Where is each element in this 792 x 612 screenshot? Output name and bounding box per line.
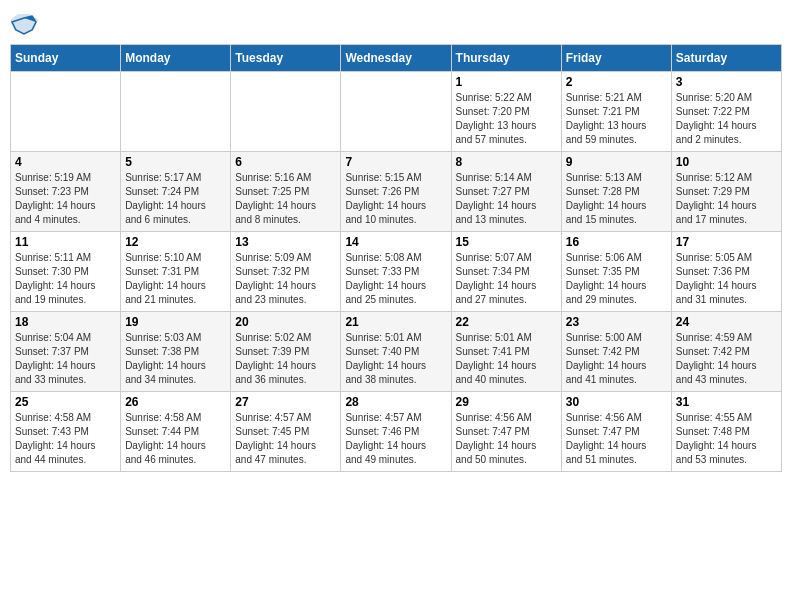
- day-cell-13: 13Sunrise: 5:09 AM Sunset: 7:32 PM Dayli…: [231, 232, 341, 312]
- weekday-header-row: SundayMondayTuesdayWednesdayThursdayFrid…: [11, 45, 782, 72]
- day-cell-14: 14Sunrise: 5:08 AM Sunset: 7:33 PM Dayli…: [341, 232, 451, 312]
- day-info: Sunrise: 4:58 AM Sunset: 7:43 PM Dayligh…: [15, 411, 116, 467]
- day-info: Sunrise: 4:57 AM Sunset: 7:46 PM Dayligh…: [345, 411, 446, 467]
- day-cell-1: 1Sunrise: 5:22 AM Sunset: 7:20 PM Daylig…: [451, 72, 561, 152]
- calendar-table: SundayMondayTuesdayWednesdayThursdayFrid…: [10, 44, 782, 472]
- day-number: 11: [15, 235, 116, 249]
- day-cell-24: 24Sunrise: 4:59 AM Sunset: 7:42 PM Dayli…: [671, 312, 781, 392]
- weekday-header-thursday: Thursday: [451, 45, 561, 72]
- day-cell-7: 7Sunrise: 5:15 AM Sunset: 7:26 PM Daylig…: [341, 152, 451, 232]
- day-cell-empty: [121, 72, 231, 152]
- day-cell-20: 20Sunrise: 5:02 AM Sunset: 7:39 PM Dayli…: [231, 312, 341, 392]
- weekday-header-wednesday: Wednesday: [341, 45, 451, 72]
- day-info: Sunrise: 5:14 AM Sunset: 7:27 PM Dayligh…: [456, 171, 557, 227]
- day-number: 12: [125, 235, 226, 249]
- day-cell-18: 18Sunrise: 5:04 AM Sunset: 7:37 PM Dayli…: [11, 312, 121, 392]
- day-number: 4: [15, 155, 116, 169]
- day-info: Sunrise: 5:01 AM Sunset: 7:40 PM Dayligh…: [345, 331, 446, 387]
- day-number: 19: [125, 315, 226, 329]
- day-cell-8: 8Sunrise: 5:14 AM Sunset: 7:27 PM Daylig…: [451, 152, 561, 232]
- calendar-body: 1Sunrise: 5:22 AM Sunset: 7:20 PM Daylig…: [11, 72, 782, 472]
- day-cell-12: 12Sunrise: 5:10 AM Sunset: 7:31 PM Dayli…: [121, 232, 231, 312]
- day-number: 24: [676, 315, 777, 329]
- weekday-header-monday: Monday: [121, 45, 231, 72]
- day-cell-10: 10Sunrise: 5:12 AM Sunset: 7:29 PM Dayli…: [671, 152, 781, 232]
- day-number: 9: [566, 155, 667, 169]
- day-info: Sunrise: 5:11 AM Sunset: 7:30 PM Dayligh…: [15, 251, 116, 307]
- day-info: Sunrise: 4:58 AM Sunset: 7:44 PM Dayligh…: [125, 411, 226, 467]
- day-cell-27: 27Sunrise: 4:57 AM Sunset: 7:45 PM Dayli…: [231, 392, 341, 472]
- day-cell-empty: [231, 72, 341, 152]
- day-number: 13: [235, 235, 336, 249]
- day-number: 25: [15, 395, 116, 409]
- day-cell-26: 26Sunrise: 4:58 AM Sunset: 7:44 PM Dayli…: [121, 392, 231, 472]
- day-number: 28: [345, 395, 446, 409]
- day-cell-21: 21Sunrise: 5:01 AM Sunset: 7:40 PM Dayli…: [341, 312, 451, 392]
- weekday-header-sunday: Sunday: [11, 45, 121, 72]
- logo-icon: [10, 10, 38, 38]
- day-number: 31: [676, 395, 777, 409]
- day-number: 1: [456, 75, 557, 89]
- day-cell-30: 30Sunrise: 4:56 AM Sunset: 7:47 PM Dayli…: [561, 392, 671, 472]
- day-cell-6: 6Sunrise: 5:16 AM Sunset: 7:25 PM Daylig…: [231, 152, 341, 232]
- day-info: Sunrise: 5:03 AM Sunset: 7:38 PM Dayligh…: [125, 331, 226, 387]
- day-number: 14: [345, 235, 446, 249]
- weekday-header-saturday: Saturday: [671, 45, 781, 72]
- week-row-2: 4Sunrise: 5:19 AM Sunset: 7:23 PM Daylig…: [11, 152, 782, 232]
- day-info: Sunrise: 5:01 AM Sunset: 7:41 PM Dayligh…: [456, 331, 557, 387]
- day-info: Sunrise: 5:21 AM Sunset: 7:21 PM Dayligh…: [566, 91, 667, 147]
- day-number: 17: [676, 235, 777, 249]
- day-cell-29: 29Sunrise: 4:56 AM Sunset: 7:47 PM Dayli…: [451, 392, 561, 472]
- day-number: 2: [566, 75, 667, 89]
- day-cell-25: 25Sunrise: 4:58 AM Sunset: 7:43 PM Dayli…: [11, 392, 121, 472]
- day-info: Sunrise: 5:22 AM Sunset: 7:20 PM Dayligh…: [456, 91, 557, 147]
- day-info: Sunrise: 4:56 AM Sunset: 7:47 PM Dayligh…: [566, 411, 667, 467]
- day-info: Sunrise: 5:00 AM Sunset: 7:42 PM Dayligh…: [566, 331, 667, 387]
- week-row-1: 1Sunrise: 5:22 AM Sunset: 7:20 PM Daylig…: [11, 72, 782, 152]
- day-number: 27: [235, 395, 336, 409]
- day-info: Sunrise: 5:19 AM Sunset: 7:23 PM Dayligh…: [15, 171, 116, 227]
- day-number: 7: [345, 155, 446, 169]
- day-cell-2: 2Sunrise: 5:21 AM Sunset: 7:21 PM Daylig…: [561, 72, 671, 152]
- day-info: Sunrise: 5:13 AM Sunset: 7:28 PM Dayligh…: [566, 171, 667, 227]
- day-cell-31: 31Sunrise: 4:55 AM Sunset: 7:48 PM Dayli…: [671, 392, 781, 472]
- day-cell-5: 5Sunrise: 5:17 AM Sunset: 7:24 PM Daylig…: [121, 152, 231, 232]
- day-number: 20: [235, 315, 336, 329]
- week-row-4: 18Sunrise: 5:04 AM Sunset: 7:37 PM Dayli…: [11, 312, 782, 392]
- day-cell-3: 3Sunrise: 5:20 AM Sunset: 7:22 PM Daylig…: [671, 72, 781, 152]
- week-row-3: 11Sunrise: 5:11 AM Sunset: 7:30 PM Dayli…: [11, 232, 782, 312]
- day-info: Sunrise: 5:08 AM Sunset: 7:33 PM Dayligh…: [345, 251, 446, 307]
- day-info: Sunrise: 5:16 AM Sunset: 7:25 PM Dayligh…: [235, 171, 336, 227]
- day-number: 8: [456, 155, 557, 169]
- day-number: 6: [235, 155, 336, 169]
- day-number: 15: [456, 235, 557, 249]
- day-number: 21: [345, 315, 446, 329]
- day-info: Sunrise: 5:15 AM Sunset: 7:26 PM Dayligh…: [345, 171, 446, 227]
- day-cell-empty: [11, 72, 121, 152]
- day-cell-17: 17Sunrise: 5:05 AM Sunset: 7:36 PM Dayli…: [671, 232, 781, 312]
- day-number: 16: [566, 235, 667, 249]
- day-info: Sunrise: 5:10 AM Sunset: 7:31 PM Dayligh…: [125, 251, 226, 307]
- day-cell-22: 22Sunrise: 5:01 AM Sunset: 7:41 PM Dayli…: [451, 312, 561, 392]
- day-info: Sunrise: 4:57 AM Sunset: 7:45 PM Dayligh…: [235, 411, 336, 467]
- day-info: Sunrise: 4:55 AM Sunset: 7:48 PM Dayligh…: [676, 411, 777, 467]
- day-cell-23: 23Sunrise: 5:00 AM Sunset: 7:42 PM Dayli…: [561, 312, 671, 392]
- day-number: 18: [15, 315, 116, 329]
- day-info: Sunrise: 5:07 AM Sunset: 7:34 PM Dayligh…: [456, 251, 557, 307]
- day-number: 3: [676, 75, 777, 89]
- day-cell-16: 16Sunrise: 5:06 AM Sunset: 7:35 PM Dayli…: [561, 232, 671, 312]
- day-cell-19: 19Sunrise: 5:03 AM Sunset: 7:38 PM Dayli…: [121, 312, 231, 392]
- day-cell-28: 28Sunrise: 4:57 AM Sunset: 7:46 PM Dayli…: [341, 392, 451, 472]
- day-cell-9: 9Sunrise: 5:13 AM Sunset: 7:28 PM Daylig…: [561, 152, 671, 232]
- day-number: 22: [456, 315, 557, 329]
- day-info: Sunrise: 5:06 AM Sunset: 7:35 PM Dayligh…: [566, 251, 667, 307]
- day-number: 29: [456, 395, 557, 409]
- day-cell-15: 15Sunrise: 5:07 AM Sunset: 7:34 PM Dayli…: [451, 232, 561, 312]
- logo: [10, 10, 42, 38]
- day-number: 26: [125, 395, 226, 409]
- day-info: Sunrise: 5:02 AM Sunset: 7:39 PM Dayligh…: [235, 331, 336, 387]
- day-info: Sunrise: 5:17 AM Sunset: 7:24 PM Dayligh…: [125, 171, 226, 227]
- day-info: Sunrise: 5:12 AM Sunset: 7:29 PM Dayligh…: [676, 171, 777, 227]
- week-row-5: 25Sunrise: 4:58 AM Sunset: 7:43 PM Dayli…: [11, 392, 782, 472]
- day-cell-empty: [341, 72, 451, 152]
